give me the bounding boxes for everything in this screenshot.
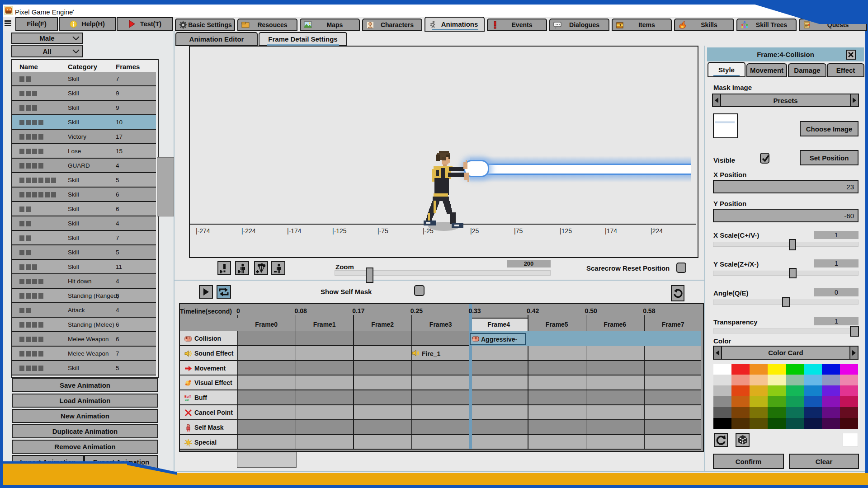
svg-text:up!: up! <box>185 399 189 401</box>
svg-text:Buff: Buff <box>184 395 191 398</box>
